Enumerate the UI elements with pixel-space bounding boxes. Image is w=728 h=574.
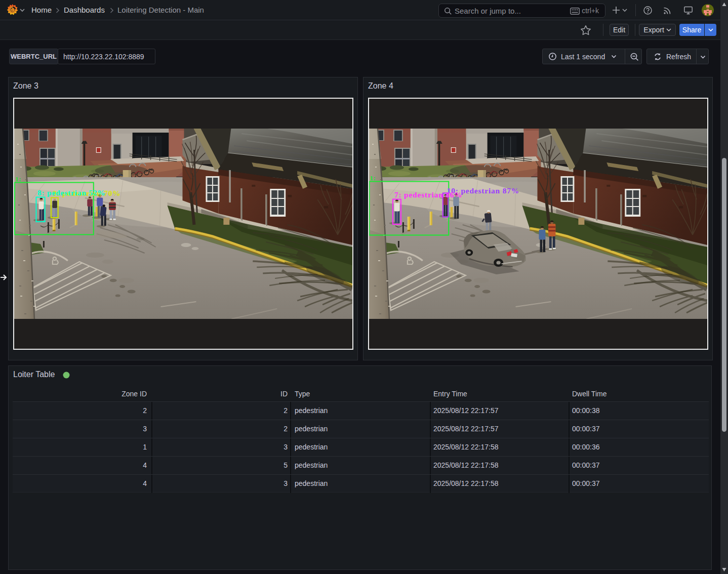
svg-text:8: pedestrian 52%: 8: pedestrian 52%	[37, 188, 106, 197]
svg-text:1:: 1:	[370, 174, 376, 182]
svg-text:1:: 1:	[15, 175, 21, 183]
svg-text:7: pedestrian 86%: 7: pedestrian 86%	[394, 190, 463, 199]
